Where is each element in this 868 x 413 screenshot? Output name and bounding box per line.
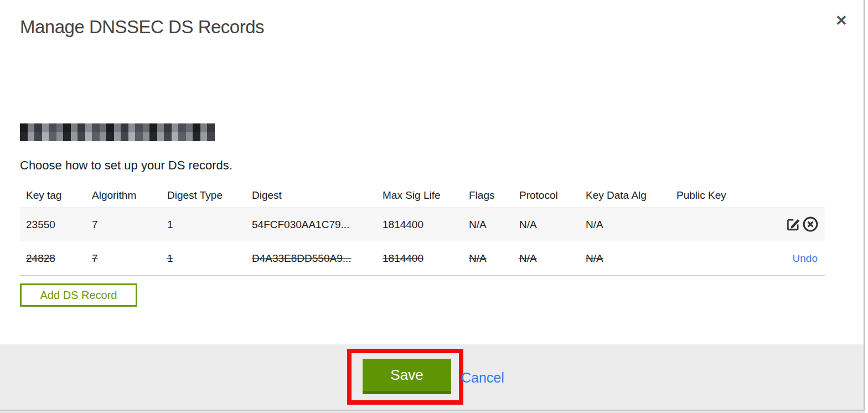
column-header-protocol: Protocol bbox=[519, 189, 586, 202]
cell-digest: 54FCF030AA1C79... bbox=[252, 219, 383, 231]
column-header-key-data-alg: Key Data Alg bbox=[586, 189, 676, 202]
cell-key-tag: 24828 bbox=[20, 252, 92, 265]
cell-key-data-alg: N/A bbox=[586, 252, 676, 265]
table-row-deleted: 24828 7 1 D4A33E8DD550A9... 1814400 N/A … bbox=[20, 241, 825, 276]
cell-protocol: N/A bbox=[519, 219, 586, 231]
cell-max-sig-life: 1814400 bbox=[383, 219, 469, 231]
add-ds-record-button[interactable]: Add DS Record bbox=[20, 283, 137, 307]
modal-right-border bbox=[864, 0, 865, 413]
column-header-max-sig-life: Max Sig Life bbox=[383, 189, 469, 202]
cell-algorithm: 7 bbox=[92, 219, 167, 231]
cell-digest-type: 1 bbox=[167, 219, 252, 231]
cell-key-tag: 23550 bbox=[20, 219, 92, 231]
cell-flags: N/A bbox=[469, 219, 519, 231]
modal-bottom-strip bbox=[0, 411, 865, 413]
cell-digest: D4A33E8DD550A9... bbox=[252, 252, 383, 265]
delete-record-button[interactable] bbox=[802, 216, 819, 234]
column-header-key-tag: Key tag bbox=[20, 189, 92, 202]
table-row: 23550 7 1 54FCF030AA1C79... 1814400 N/A … bbox=[20, 208, 825, 241]
column-header-digest-type: Digest Type bbox=[167, 189, 252, 202]
ds-records-table: Key tag Algorithm Digest Type Digest Max… bbox=[20, 183, 825, 276]
edit-icon bbox=[785, 216, 800, 234]
cell-flags: N/A bbox=[469, 252, 519, 265]
cell-max-sig-life: 1814400 bbox=[383, 252, 469, 265]
instruction-text: Choose how to set up your DS records. bbox=[20, 158, 232, 173]
cancel-link[interactable]: Cancel bbox=[461, 370, 504, 386]
undo-link[interactable]: Undo bbox=[793, 252, 818, 265]
delete-icon bbox=[802, 216, 819, 234]
close-icon[interactable]: ✕ bbox=[832, 11, 851, 30]
column-header-flags: Flags bbox=[469, 189, 519, 202]
cell-key-data-alg: N/A bbox=[586, 219, 676, 231]
modal-footer: Save Cancel bbox=[0, 344, 865, 410]
edit-record-button[interactable] bbox=[784, 216, 802, 234]
row-actions bbox=[748, 216, 825, 234]
column-header-public-key: Public Key bbox=[676, 189, 748, 202]
table-header-row: Key tag Algorithm Digest Type Digest Max… bbox=[20, 183, 825, 208]
cell-digest-type: 1 bbox=[167, 252, 252, 265]
dnssec-modal: Manage DNSSEC DS Records ✕ Choose how to… bbox=[0, 0, 868, 413]
cell-algorithm: 7 bbox=[92, 252, 167, 265]
redacted-domain-name bbox=[20, 123, 215, 141]
column-header-algorithm: Algorithm bbox=[92, 189, 167, 202]
page-title: Manage DNSSEC DS Records bbox=[20, 17, 264, 38]
cell-protocol: N/A bbox=[519, 252, 586, 265]
row-actions: Undo bbox=[748, 252, 825, 265]
save-button[interactable]: Save bbox=[363, 359, 451, 394]
column-header-digest: Digest bbox=[252, 189, 383, 202]
